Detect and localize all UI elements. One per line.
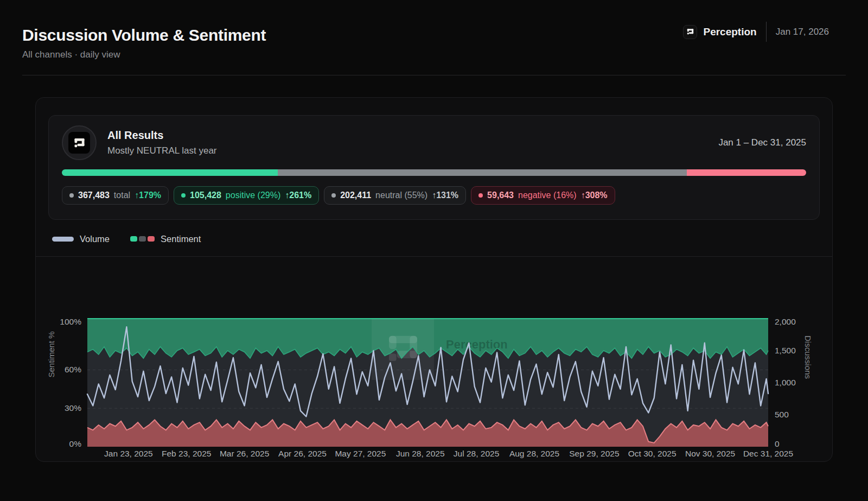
stat-value: 202,411 [340, 191, 371, 200]
right-axis-tick: 500 [775, 410, 789, 419]
chart-section: Perception100%60%30%0%2,0001,5001,000500… [36, 256, 832, 462]
stat-label: neutral (55%) [375, 191, 427, 200]
x-axis-tick: Aug 28, 2025 [509, 449, 559, 458]
stat-badge-negative: 59,643negative (16%)↑308% [471, 186, 615, 205]
header: Discussion Volume & Sentiment All channe… [22, 0, 846, 75]
progress-neutral-segment [278, 169, 687, 176]
header-date: Jan 17, 2026 [776, 27, 829, 37]
header-rule [22, 75, 846, 75]
page-subtitle: All channels · daily view [22, 49, 846, 60]
negative-dot-icon [478, 193, 483, 198]
sentiment-progress-bar [62, 169, 806, 176]
summary-header: All Results Mostly NEUTRAL last year Jan… [62, 125, 806, 160]
summary-subtitle: Mostly NEUTRAL last year [107, 145, 217, 156]
header-brand-area: Perception Jan 17, 2026 [683, 22, 829, 42]
x-axis-tick: Sep 29, 2025 [569, 449, 619, 458]
sentiment-swatch-icon[interactable] [130, 236, 155, 242]
total-dot-icon [69, 193, 74, 198]
perception-avatar-icon [68, 132, 90, 154]
brand-name: Perception [703, 26, 756, 38]
x-axis-tick: Jul 28, 2025 [454, 449, 499, 458]
left-axis-tick: 30% [65, 403, 81, 413]
avatar [62, 125, 97, 160]
right-axis-tick: 0 [775, 439, 780, 448]
right-axis-tick: 2,000 [775, 317, 796, 326]
x-axis-tick: Mar 26, 2025 [220, 449, 269, 458]
legend-volume-label[interactable]: Volume [80, 234, 110, 244]
x-axis-tick: Dec 31, 2025 [743, 449, 793, 458]
stat-badge-total: 367,483total↑179% [62, 186, 169, 205]
left-axis-title: Sentiment % [47, 331, 56, 377]
x-axis-tick: Jan 23, 2025 [104, 449, 153, 458]
brand: Perception [683, 25, 756, 39]
dashboard-card: All Results Mostly NEUTRAL last year Jan… [35, 97, 833, 462]
stat-badges-row: 367,483total↑179%105,428positive (29%)↑2… [62, 186, 806, 205]
right-axis-tick: 1,500 [775, 346, 796, 355]
progress-positive-segment [62, 169, 278, 176]
stat-change: ↑261% [285, 191, 311, 200]
page: Discussion Volume & Sentiment All channe… [0, 0, 868, 462]
stat-label: total [114, 191, 130, 200]
legend-sentiment-label[interactable]: Sentiment [161, 234, 201, 244]
stat-badge-positive: 105,428positive (29%)↑261% [174, 186, 319, 205]
volume-sentiment-chart[interactable]: Perception100%60%30%0%2,0001,5001,000500… [36, 257, 832, 462]
header-divider [766, 22, 767, 42]
stat-badge-neutral: 202,411neutral (55%)↑131% [324, 186, 466, 205]
stat-value: 105,428 [190, 191, 221, 200]
stat-label: positive (29%) [226, 191, 280, 200]
left-axis-tick: 60% [65, 365, 81, 374]
summary-card: All Results Mostly NEUTRAL last year Jan… [48, 115, 820, 220]
x-axis-tick: Apr 26, 2025 [278, 449, 327, 458]
volume-line-swatch-icon[interactable] [52, 237, 74, 242]
left-axis-tick: 0% [69, 439, 82, 448]
right-axis-title: Discussions [803, 335, 813, 379]
x-axis-tick: Oct 30, 2025 [628, 449, 676, 458]
right-axis-tick: 1,000 [775, 378, 796, 387]
stat-change: ↑179% [135, 191, 161, 200]
date-range: Jan 1 – Dec 31, 2025 [718, 137, 806, 148]
stat-change: ↑308% [581, 191, 608, 200]
neutral-dot-icon [331, 193, 336, 198]
stat-value: 59,643 [487, 191, 514, 200]
x-axis-tick: Nov 30, 2025 [685, 449, 735, 458]
x-axis-tick: Jun 28, 2025 [396, 449, 445, 458]
positive-dot-icon [181, 193, 186, 198]
x-axis-tick: May 27, 2025 [335, 449, 386, 458]
left-axis-tick: 100% [60, 317, 81, 326]
chart-legend: Volume Sentiment [52, 232, 832, 245]
perception-logo-icon [683, 25, 697, 39]
x-axis-tick: Feb 23, 2025 [162, 449, 211, 458]
summary-title: All Results [107, 129, 217, 142]
progress-negative-segment [687, 169, 806, 176]
stat-change: ↑131% [432, 191, 458, 200]
stat-value: 367,483 [78, 191, 110, 200]
stat-label: negative (16%) [518, 191, 577, 200]
